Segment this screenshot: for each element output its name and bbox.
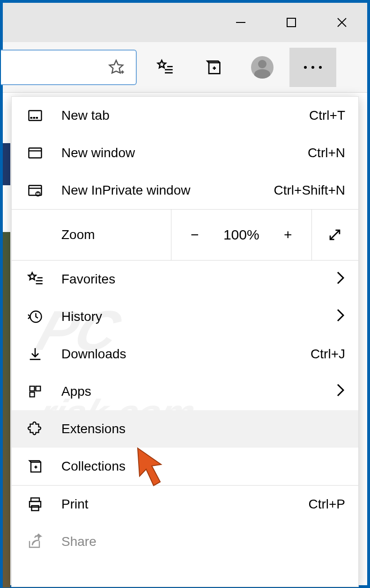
favorites-icon: [25, 269, 45, 290]
menu-shortcut: Ctrl+T: [309, 108, 345, 123]
apps-icon: [25, 381, 45, 402]
menu-label: Extensions: [61, 421, 345, 436]
zoom-label: Zoom: [12, 227, 171, 242]
zoom-out-button[interactable]: −: [171, 210, 218, 260]
menu-label: History: [61, 309, 336, 324]
star-add-icon[interactable]: [106, 57, 126, 78]
svg-rect-15: [36, 117, 38, 119]
svg-rect-14: [33, 117, 36, 119]
svg-rect-16: [29, 148, 42, 158]
menu-label: Share: [61, 534, 345, 549]
menu-item-history[interactable]: History: [12, 298, 358, 335]
menu-label: Downloads: [61, 347, 311, 362]
minimize-button[interactable]: [215, 3, 266, 42]
favorites-list-button[interactable]: [141, 48, 188, 87]
menu-shortcut: Ctrl+J: [311, 347, 345, 362]
zoom-in-button[interactable]: +: [265, 210, 311, 260]
menu-label: New window: [61, 145, 308, 160]
more-menu-button[interactable]: [289, 48, 336, 87]
menu-label: Apps: [61, 384, 336, 399]
fullscreen-button[interactable]: [311, 210, 359, 260]
chevron-right-icon: [336, 383, 345, 400]
menu-item-share: Share: [12, 523, 358, 560]
page-strip-2: [3, 232, 10, 588]
profile-button[interactable]: [239, 48, 286, 87]
menu-item-new-window[interactable]: New window Ctrl+N: [12, 134, 358, 172]
svg-rect-13: [30, 117, 33, 119]
chevron-right-icon: [336, 308, 345, 326]
collections-button[interactable]: [190, 48, 237, 87]
share-icon: [25, 531, 45, 552]
download-icon: [25, 344, 45, 364]
chevron-right-icon: [336, 271, 345, 288]
history-icon: [25, 306, 45, 327]
window-frame: PC risk.com New tab Ctrl+T New window Ct…: [0, 0, 370, 588]
menu-zoom-row: Zoom − 100% +: [12, 209, 358, 261]
page-strip: [3, 143, 10, 185]
collections-icon: [25, 456, 45, 477]
new-tab-icon: [25, 105, 45, 126]
menu-label: Favorites: [61, 272, 336, 287]
menu-item-downloads[interactable]: Downloads Ctrl+J: [12, 335, 358, 373]
close-button[interactable]: [317, 3, 367, 42]
menu-item-favorites[interactable]: Favorites: [12, 261, 358, 298]
menu-label: New InPrivate window: [61, 183, 274, 198]
svg-point-21: [37, 192, 39, 194]
window-icon: [25, 143, 45, 163]
menu-label: Collections: [61, 459, 345, 474]
print-icon: [25, 494, 45, 515]
zoom-level: 100%: [218, 210, 265, 260]
svg-rect-30: [36, 386, 40, 391]
extensions-icon: [25, 419, 45, 439]
menu-item-new-tab[interactable]: New tab Ctrl+T: [12, 97, 358, 134]
menu-shortcut: Ctrl+P: [308, 497, 345, 512]
svg-rect-29: [30, 386, 35, 391]
address-bar[interactable]: [1, 50, 137, 85]
menu-item-inprivate[interactable]: New InPrivate window Ctrl+Shift+N: [12, 172, 358, 209]
menu-label: Print: [61, 497, 308, 512]
menu-item-print[interactable]: Print Ctrl+P: [12, 486, 358, 523]
browser-toolbar: [3, 42, 367, 93]
menu-item-extensions[interactable]: Extensions: [12, 410, 358, 448]
maximize-button[interactable]: [266, 3, 317, 42]
menu-item-collections[interactable]: Collections: [12, 448, 358, 485]
menu-item-apps[interactable]: Apps: [12, 373, 358, 410]
menu-shortcut: Ctrl+Shift+N: [274, 183, 346, 198]
svg-rect-1: [287, 18, 296, 27]
more-menu-dropdown: PC risk.com New tab Ctrl+T New window Ct…: [11, 96, 359, 587]
titlebar: [3, 3, 367, 42]
inprivate-icon: [25, 180, 45, 201]
menu-label: New tab: [61, 108, 309, 123]
svg-rect-37: [32, 506, 39, 511]
svg-line-22: [330, 230, 340, 240]
menu-shortcut: Ctrl+N: [308, 145, 345, 160]
svg-rect-12: [29, 111, 42, 121]
svg-rect-31: [30, 392, 35, 397]
